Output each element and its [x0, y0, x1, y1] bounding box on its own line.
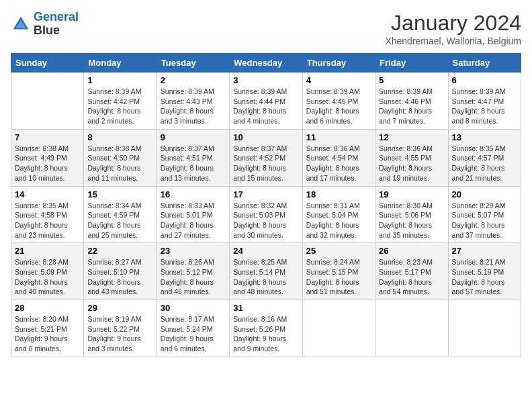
col-header-tuesday: Tuesday: [157, 54, 229, 73]
day-number: 3: [233, 75, 298, 85]
calendar-cell: 20Sunrise: 8:29 AMSunset: 5:07 PMDayligh…: [448, 186, 521, 243]
calendar-header-row: SundayMondayTuesdayWednesdayThursdayFrid…: [11, 54, 521, 73]
calendar-week-row: 21Sunrise: 8:28 AMSunset: 5:09 PMDayligh…: [11, 243, 521, 300]
day-number: 23: [161, 246, 226, 256]
col-header-friday: Friday: [375, 54, 448, 73]
calendar-cell: 28Sunrise: 8:20 AMSunset: 5:21 PMDayligh…: [11, 300, 84, 357]
calendar-cell: 21Sunrise: 8:28 AMSunset: 5:09 PMDayligh…: [11, 243, 84, 300]
day-detail: Sunrise: 8:26 AMSunset: 5:12 PMDaylight:…: [161, 257, 226, 297]
col-header-saturday: Saturday: [448, 54, 521, 73]
calendar-cell: 31Sunrise: 8:16 AMSunset: 5:26 PMDayligh…: [230, 300, 302, 357]
month-title: January 2024: [385, 11, 521, 36]
day-detail: Sunrise: 8:39 AMSunset: 4:45 PMDaylight:…: [306, 87, 371, 126]
day-detail: Sunrise: 8:30 AMSunset: 5:06 PMDaylight:…: [379, 201, 444, 240]
day-detail: Sunrise: 8:39 AMSunset: 4:47 PMDaylight:…: [452, 87, 517, 126]
day-number: 20: [452, 189, 517, 199]
day-detail: Sunrise: 8:28 AMSunset: 5:09 PMDaylight:…: [15, 257, 80, 297]
day-number: 14: [15, 189, 80, 199]
day-number: 24: [233, 246, 298, 256]
day-number: 2: [161, 75, 226, 85]
calendar-cell: 10Sunrise: 8:37 AMSunset: 4:52 PMDayligh…: [230, 129, 302, 186]
day-detail: Sunrise: 8:39 AMSunset: 4:46 PMDaylight:…: [379, 87, 444, 126]
day-detail: Sunrise: 8:33 AMSunset: 5:01 PMDaylight:…: [161, 201, 226, 240]
calendar-cell: 8Sunrise: 8:38 AMSunset: 4:50 PMDaylight…: [84, 129, 157, 186]
calendar-cell: 12Sunrise: 8:36 AMSunset: 4:55 PMDayligh…: [375, 129, 448, 186]
day-detail: Sunrise: 8:38 AMSunset: 4:49 PMDaylight:…: [15, 144, 80, 183]
day-number: 21: [15, 246, 80, 256]
day-number: 1: [87, 75, 152, 85]
day-number: 10: [233, 132, 298, 142]
day-detail: Sunrise: 8:16 AMSunset: 5:26 PMDaylight:…: [233, 314, 298, 354]
day-number: 5: [379, 75, 444, 85]
calendar-cell: 9Sunrise: 8:37 AMSunset: 4:51 PMDaylight…: [157, 129, 229, 186]
logo: General Blue: [11, 11, 79, 38]
day-detail: Sunrise: 8:25 AMSunset: 5:14 PMDaylight:…: [233, 257, 298, 297]
calendar-cell: 4Sunrise: 8:39 AMSunset: 4:45 PMDaylight…: [302, 73, 375, 130]
col-header-sunday: Sunday: [11, 54, 84, 73]
day-number: 17: [233, 189, 298, 199]
calendar-cell: 17Sunrise: 8:32 AMSunset: 5:03 PMDayligh…: [230, 186, 302, 243]
day-detail: Sunrise: 8:39 AMSunset: 4:42 PMDaylight:…: [87, 87, 152, 126]
calendar-cell: 11Sunrise: 8:36 AMSunset: 4:54 PMDayligh…: [302, 129, 375, 186]
logo-line1: General: [34, 10, 79, 24]
day-detail: Sunrise: 8:37 AMSunset: 4:52 PMDaylight:…: [233, 144, 298, 183]
day-detail: Sunrise: 8:27 AMSunset: 5:10 PMDaylight:…: [87, 257, 152, 297]
calendar-cell: [375, 300, 448, 357]
day-detail: Sunrise: 8:21 AMSunset: 5:19 PMDaylight:…: [452, 257, 517, 297]
calendar-cell: [11, 73, 84, 130]
day-number: 11: [306, 132, 371, 142]
calendar-week-row: 28Sunrise: 8:20 AMSunset: 5:21 PMDayligh…: [11, 300, 521, 357]
day-detail: Sunrise: 8:36 AMSunset: 4:55 PMDaylight:…: [379, 144, 444, 183]
day-number: 30: [161, 303, 226, 313]
calendar-cell: 2Sunrise: 8:39 AMSunset: 4:43 PMDaylight…: [157, 73, 229, 130]
page-header: General Blue January 2024 Xhendremael, W…: [11, 11, 521, 46]
day-number: 28: [15, 303, 80, 313]
day-detail: Sunrise: 8:36 AMSunset: 4:54 PMDaylight:…: [306, 144, 371, 183]
calendar-cell: 29Sunrise: 8:19 AMSunset: 5:22 PMDayligh…: [84, 300, 157, 357]
day-number: 19: [379, 189, 444, 199]
day-number: 8: [87, 132, 152, 142]
calendar-cell: 13Sunrise: 8:35 AMSunset: 4:57 PMDayligh…: [448, 129, 521, 186]
logo-line2: Blue: [34, 24, 79, 38]
day-number: 18: [306, 189, 371, 199]
calendar-cell: [448, 300, 521, 357]
location-subtitle: Xhendremael, Wallonia, Belgium: [385, 36, 521, 46]
col-header-monday: Monday: [84, 54, 157, 73]
calendar-table: SundayMondayTuesdayWednesdayThursdayFrid…: [11, 53, 521, 357]
day-number: 6: [452, 75, 517, 85]
calendar-cell: 3Sunrise: 8:39 AMSunset: 4:44 PMDaylight…: [230, 73, 302, 130]
calendar-cell: 7Sunrise: 8:38 AMSunset: 4:49 PMDaylight…: [11, 129, 84, 186]
calendar-cell: 27Sunrise: 8:21 AMSunset: 5:19 PMDayligh…: [448, 243, 521, 300]
day-detail: Sunrise: 8:20 AMSunset: 5:21 PMDaylight:…: [15, 314, 80, 354]
day-number: 27: [452, 246, 517, 256]
day-number: 15: [87, 189, 152, 199]
day-detail: Sunrise: 8:29 AMSunset: 5:07 PMDaylight:…: [452, 201, 517, 240]
logo-text: General Blue: [34, 11, 79, 38]
calendar-cell: 26Sunrise: 8:23 AMSunset: 5:17 PMDayligh…: [375, 243, 448, 300]
calendar-cell: 6Sunrise: 8:39 AMSunset: 4:47 PMDaylight…: [448, 73, 521, 130]
day-number: 12: [379, 132, 444, 142]
day-number: 4: [306, 75, 371, 85]
col-header-wednesday: Wednesday: [230, 54, 302, 73]
day-detail: Sunrise: 8:35 AMSunset: 4:58 PMDaylight:…: [15, 201, 80, 240]
day-number: 7: [15, 132, 80, 142]
calendar-week-row: 1Sunrise: 8:39 AMSunset: 4:42 PMDaylight…: [11, 73, 521, 130]
day-number: 31: [233, 303, 298, 313]
calendar-cell: 19Sunrise: 8:30 AMSunset: 5:06 PMDayligh…: [375, 186, 448, 243]
day-number: 13: [452, 132, 517, 142]
day-number: 9: [161, 132, 226, 142]
day-detail: Sunrise: 8:19 AMSunset: 5:22 PMDaylight:…: [87, 314, 152, 354]
day-detail: Sunrise: 8:34 AMSunset: 4:59 PMDaylight:…: [87, 201, 152, 240]
day-number: 22: [87, 246, 152, 256]
calendar-cell: 30Sunrise: 8:17 AMSunset: 5:24 PMDayligh…: [157, 300, 229, 357]
col-header-thursday: Thursday: [302, 54, 375, 73]
calendar-cell: 16Sunrise: 8:33 AMSunset: 5:01 PMDayligh…: [157, 186, 229, 243]
calendar-cell: 1Sunrise: 8:39 AMSunset: 4:42 PMDaylight…: [84, 73, 157, 130]
day-number: 26: [379, 246, 444, 256]
day-detail: Sunrise: 8:35 AMSunset: 4:57 PMDaylight:…: [452, 144, 517, 183]
calendar-cell: 23Sunrise: 8:26 AMSunset: 5:12 PMDayligh…: [157, 243, 229, 300]
day-number: 29: [87, 303, 152, 313]
day-detail: Sunrise: 8:32 AMSunset: 5:03 PMDaylight:…: [233, 201, 298, 240]
calendar-week-row: 7Sunrise: 8:38 AMSunset: 4:49 PMDaylight…: [11, 129, 521, 186]
day-detail: Sunrise: 8:23 AMSunset: 5:17 PMDaylight:…: [379, 257, 444, 297]
